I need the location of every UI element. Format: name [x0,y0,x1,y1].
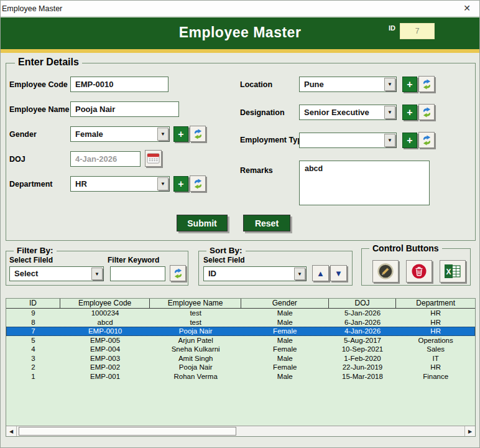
employee-name-label: Employee Name [9,105,70,114]
horizontal-scrollbar[interactable]: ◀ ▶ [6,426,475,436]
export-excel-button[interactable]: X [440,260,466,282]
table-cell: Male [241,309,329,318]
chevron-down-icon[interactable]: ▼ [157,128,168,141]
table-cell: test [150,309,241,318]
chevron-down-icon[interactable]: ▼ [384,134,395,147]
location-combobox[interactable]: Pune ▼ [299,77,397,92]
column-header[interactable]: Gender [241,299,329,308]
chevron-down-icon[interactable]: ▼ [384,78,395,91]
refresh-location-button[interactable] [418,76,435,92]
table-cell: Male [241,336,329,345]
add-location-button[interactable]: + [402,77,417,92]
id-field[interactable]: 7 [400,23,435,39]
column-header[interactable]: DOJ [329,299,397,308]
table-cell: Sneha Kulkarni [150,345,241,354]
table-cell: Operations [396,336,475,345]
sync-icon [421,78,433,90]
designation-combobox[interactable]: Senior Executive ▼ [299,105,397,120]
reset-button[interactable]: Reset [243,215,290,231]
employee-code-label: Employee Code [9,80,68,89]
table-cell: EMP-003 [60,354,150,363]
remarks-textarea[interactable]: abcd [299,161,430,205]
table-row[interactable]: 5EMP-005Arjun PatelMale5-Aug-2017Operati… [6,336,475,345]
column-header[interactable]: Employee Code [60,299,150,308]
table-cell: 4-Jan-2026 [329,327,397,336]
table-cell: IT [396,354,475,363]
table-cell: 9 [6,309,60,318]
sort-up-icon: ▲ [316,269,325,278]
table-cell: HR [396,327,475,336]
table-cell: 8 [6,318,60,327]
scrollbar-thumb[interactable] [19,427,236,436]
chevron-down-icon[interactable]: ▼ [91,268,103,280]
table-row[interactable]: 8abcdtestMale6-Jan-2026HR [6,318,475,327]
filter-by-caption: Filter By: [14,246,57,255]
table-row[interactable]: 91000234testMale5-Jan-2026HR [6,309,475,318]
add-department-button[interactable]: + [173,176,188,192]
filter-keyword-input[interactable] [110,266,165,281]
table-cell: Female [241,345,329,354]
dropdown-glyph: ▼ [387,138,392,143]
table-cell: 5-Jan-2026 [329,309,397,318]
window-titlebar: Employee Master ✕ [1,1,479,17]
id-label: ID [389,24,395,32]
window-title: Employee Master [2,4,62,13]
sort-field-combobox[interactable]: ID ▼ [203,266,307,281]
chevron-down-icon[interactable]: ▼ [294,268,305,280]
table-cell: 15-Mar-2018 [329,372,397,381]
table-cell: 10-Sep-2021 [329,345,397,354]
sort-select-field-label: Select Field [203,256,245,264]
dropdown-glyph: ▼ [160,131,165,137]
delete-trash-icon [410,263,428,280]
table-row[interactable]: 4EMP-004Sneha KulkarniFemale10-Sep-2021S… [6,345,475,354]
refresh-designation-button[interactable] [418,104,435,120]
table-cell: 4 [6,345,60,354]
gender-label: Gender [9,130,37,139]
table-row[interactable]: 1EMP-001Rohan VermaMale15-Mar-2018Financ… [6,372,475,381]
column-header[interactable]: ID [6,299,60,308]
edit-button[interactable] [372,260,399,282]
add-designation-button[interactable]: + [402,105,417,120]
sort-ascending-button[interactable]: ▲ [312,265,329,281]
sort-descending-button[interactable]: ▼ [330,265,347,281]
table-cell: Arjun Patel [150,336,241,345]
scroll-left-icon[interactable]: ◀ [6,426,17,436]
table-cell: 2 [6,363,60,372]
department-combobox[interactable]: HR ▼ [70,176,170,192]
employee-name-input[interactable] [70,101,179,117]
excel-icon: X [444,263,461,279]
calendar-button[interactable] [145,150,162,167]
chevron-down-icon[interactable]: ▼ [157,177,168,190]
add-employment-type-button[interactable]: + [402,133,417,148]
dropdown-glyph: ▼ [95,271,99,277]
employment-type-combobox[interactable]: ▼ [299,133,397,148]
filter-field-value: Select [14,269,38,278]
table-row[interactable]: 3EMP-003Amit SinghMale1-Feb-2020IT [6,354,475,363]
add-gender-button[interactable]: + [173,126,188,142]
table-cell: 3 [6,354,60,363]
close-icon[interactable]: ✕ [463,3,471,13]
table-row[interactable]: 2EMP-002Pooja NairFemale22-Jun-2019HR [6,363,475,372]
filter-field-combobox[interactable]: Select ▼ [9,266,104,281]
sync-icon [172,268,184,279]
column-header[interactable]: Employee Name [150,299,241,308]
refresh-department-button[interactable] [190,175,206,192]
gender-combobox[interactable]: Female ▼ [70,126,170,142]
refresh-gender-button[interactable] [190,126,206,142]
column-header[interactable]: Department [396,299,475,308]
employee-table: IDEmployee CodeEmployee NameGenderDOJDep… [6,298,476,437]
designation-label: Designation [240,108,285,117]
delete-button[interactable] [406,260,432,282]
table-row[interactable]: 7EMP-0010Pooja NairFemale4-Jan-2026HR [6,327,475,336]
table-cell: Female [241,363,329,372]
table-header-row: IDEmployee CodeEmployee NameGenderDOJDep… [6,299,475,309]
chevron-down-icon[interactable]: ▼ [384,106,395,119]
refresh-employment-type-button[interactable] [418,132,435,148]
filter-keyword-label: Filter Keyword [108,256,159,264]
apply-filter-button[interactable] [170,265,186,281]
scroll-right-icon[interactable]: ▶ [464,426,475,436]
submit-button[interactable]: Submit [177,215,228,231]
doj-input[interactable] [70,151,141,167]
employee-code-input[interactable] [70,77,168,92]
dropdown-glyph: ▼ [387,110,392,115]
